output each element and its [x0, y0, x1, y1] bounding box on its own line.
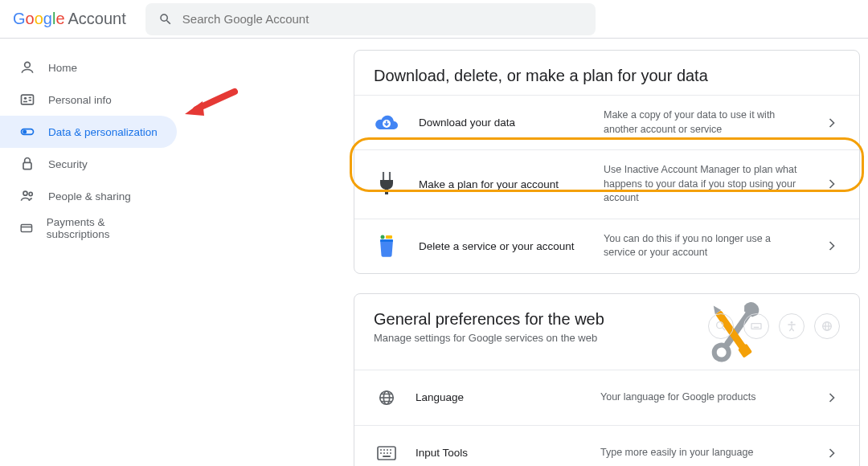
- svg-rect-19: [380, 239, 393, 242]
- row-desc: Your language for Google products: [600, 390, 824, 405]
- svg-rect-8: [23, 162, 31, 169]
- people-icon: [19, 188, 35, 204]
- google-account-logo: Google Account: [13, 10, 126, 28]
- row-download-data[interactable]: Download your data Make a copy of your d…: [354, 95, 859, 149]
- row-label: Download your data: [419, 117, 604, 129]
- home-icon: [19, 59, 35, 76]
- sidebar-item-data-personalization[interactable]: Data & personalization: [0, 116, 177, 148]
- svg-point-40: [383, 449, 385, 451]
- sidebar-item-personal-info[interactable]: Personal info: [0, 84, 177, 116]
- svg-point-7: [23, 130, 27, 134]
- search-box[interactable]: [145, 3, 596, 35]
- svg-point-25: [717, 321, 723, 328]
- pref-accessibility-icon: [779, 313, 805, 339]
- chevron-right-icon: [824, 390, 840, 406]
- svg-rect-47: [383, 456, 391, 457]
- row-desc: You can do this if you no longer use a s…: [604, 232, 824, 260]
- chevron-right-icon: [824, 445, 840, 461]
- pref-search-icon: [708, 313, 734, 339]
- plug-icon: [374, 171, 399, 197]
- svg-point-46: [390, 452, 391, 454]
- card-icon: [19, 92, 35, 108]
- svg-point-29: [791, 321, 793, 324]
- lock-icon: [19, 156, 35, 172]
- sidebar-item-home[interactable]: Home: [0, 51, 177, 84]
- svg-point-41: [387, 449, 388, 451]
- svg-point-44: [383, 452, 385, 454]
- cloud-download-icon: [374, 110, 399, 136]
- svg-point-9: [23, 191, 27, 195]
- row-label: Make a plan for your account: [419, 178, 604, 190]
- logo-account-label: Account: [68, 10, 126, 28]
- pref-icon-row: [708, 313, 840, 339]
- chevron-right-icon: [824, 238, 840, 254]
- sidebar-item-label: Personal info: [48, 94, 112, 106]
- row-desc: Make a copy of your data to use it with …: [604, 108, 824, 137]
- row-input-tools[interactable]: Input Tools Type more easily in your lan…: [354, 425, 859, 467]
- svg-point-42: [390, 449, 391, 451]
- data-plan-card-title: Download, delete, or make a plan for you…: [354, 67, 859, 88]
- sidebar-item-label: Payments & subscriptions: [47, 216, 158, 240]
- pref-keyboard-icon: [743, 313, 769, 339]
- globe-icon: [374, 385, 399, 411]
- row-desc: Type more easily in your language: [600, 446, 824, 460]
- sidebar-item-payments[interactable]: Payments & subscriptions: [0, 212, 177, 244]
- svg-point-43: [380, 452, 382, 454]
- credit-card-icon: [19, 220, 34, 236]
- sidebar-item-label: People & sharing: [48, 190, 131, 202]
- svg-rect-1: [22, 95, 34, 104]
- trash-icon: [374, 233, 399, 259]
- svg-rect-27: [751, 323, 761, 329]
- row-label: Input Tools: [416, 447, 600, 459]
- row-make-a-plan[interactable]: Make a plan for your account Use Inactiv…: [354, 149, 859, 219]
- svg-rect-18: [386, 235, 392, 239]
- search-icon: [158, 12, 173, 27]
- sidebar-nav: Home Personal info Data & personalizatio…: [0, 39, 225, 466]
- sidebar-item-people-sharing[interactable]: People & sharing: [0, 180, 177, 212]
- chevron-right-icon: [824, 115, 840, 131]
- svg-line-26: [723, 328, 725, 330]
- svg-point-10: [29, 192, 32, 195]
- main-content: Download, delete, or make a plan for you…: [225, 39, 868, 466]
- row-language[interactable]: Language Your language for Google produc…: [354, 370, 859, 425]
- svg-point-17: [381, 235, 385, 239]
- svg-point-2: [24, 97, 27, 100]
- svg-rect-11: [21, 225, 31, 232]
- sidebar-item-label: Data & personalization: [48, 126, 158, 138]
- pref-globe-bg-icon: [814, 313, 840, 339]
- row-delete-service[interactable]: Delete a service or your account You can…: [354, 219, 859, 273]
- row-label: Delete a service or your account: [419, 240, 604, 252]
- search-input[interactable]: [182, 12, 583, 26]
- svg-point-45: [387, 452, 388, 454]
- row-label: Language: [416, 391, 600, 403]
- row-desc: Use Inactive Account Manager to plan wha…: [604, 163, 824, 206]
- toggle-icon: [19, 124, 35, 140]
- data-plan-card: Download, delete, or make a plan for you…: [354, 50, 860, 274]
- sidebar-item-label: Home: [48, 62, 77, 74]
- chevron-right-icon: [824, 176, 840, 192]
- preferences-card: General preferences for the web Manage s…: [354, 293, 860, 467]
- keyboard-icon: [374, 440, 399, 466]
- sidebar-item-security[interactable]: Security: [0, 148, 177, 180]
- sidebar-item-label: Security: [48, 158, 88, 170]
- app-header: Google Account: [0, 0, 868, 39]
- svg-point-39: [380, 449, 382, 451]
